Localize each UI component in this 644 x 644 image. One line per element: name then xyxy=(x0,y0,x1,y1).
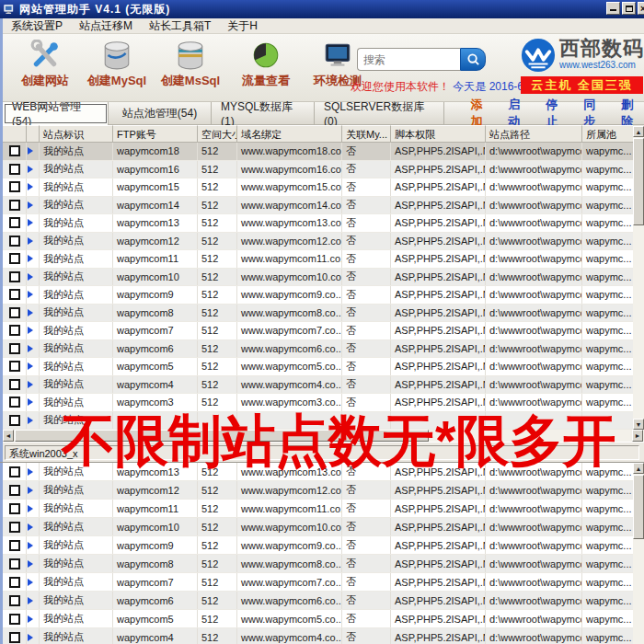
row-expand-arrow[interactable] xyxy=(27,536,40,554)
row-expand-arrow[interactable] xyxy=(27,463,40,480)
row-checkbox[interactable] xyxy=(3,376,27,394)
row-checkbox[interactable] xyxy=(3,322,27,339)
row-checkbox[interactable] xyxy=(3,412,27,430)
row-checkbox[interactable] xyxy=(3,286,27,304)
table-row[interactable]: 我的站点wapymcom15512www.wapymcom15.co...否AS… xyxy=(3,178,633,197)
table-row[interactable]: 我的站点wapymcom9512www.wapymcom9.co...否ASP,… xyxy=(3,286,633,305)
row-checkbox[interactable] xyxy=(3,610,27,627)
row-checkbox[interactable] xyxy=(3,555,27,572)
table-row[interactable]: 我的站点wapymcom10512www.wapymcom10.co...否AS… xyxy=(3,269,633,287)
menu-item-webmaster-tools[interactable]: 站长工具箱T xyxy=(149,18,211,34)
menu-item-system-settings[interactable]: 系统设置P xyxy=(11,18,63,34)
table-row[interactable]: 我的站点wapymcom4512www.wapymcom4.co...否ASP,… xyxy=(3,376,633,395)
row-expand-arrow[interactable] xyxy=(27,286,40,304)
row-expand-arrow[interactable] xyxy=(27,305,40,322)
create-mssql-button[interactable]: 创建MsSql xyxy=(155,38,225,98)
scrollbar-thumb-2[interactable] xyxy=(633,475,644,539)
row-checkbox[interactable] xyxy=(3,518,27,535)
table-row[interactable]: 我的站点wapymcom5512www.wapymcom5.co...否ASP,… xyxy=(3,358,633,376)
vertical-scrollbar[interactable]: ▲ ▼ xyxy=(633,126,644,430)
search-input[interactable] xyxy=(357,48,460,71)
scroll-left-button[interactable]: ◄ xyxy=(3,430,14,442)
scroll-down-button[interactable]: ▼ xyxy=(633,419,644,430)
row-expand-arrow[interactable] xyxy=(27,178,40,196)
header-space-size[interactable]: 空间大小 xyxy=(198,125,237,143)
create-website-button[interactable]: 创建网站 xyxy=(10,38,80,98)
scroll-right-button[interactable]: ► xyxy=(632,430,643,442)
row-checkbox[interactable] xyxy=(3,305,27,322)
maximize-button[interactable] xyxy=(622,2,636,15)
menu-item-about[interactable]: 关于H xyxy=(227,18,258,34)
row-expand-arrow[interactable] xyxy=(27,500,40,517)
scroll-up-button[interactable]: ▲ xyxy=(633,126,644,137)
row-checkbox[interactable] xyxy=(3,481,27,499)
row-checkbox[interactable] xyxy=(3,233,27,250)
row-checkbox[interactable] xyxy=(3,250,27,268)
row-checkbox[interactable] xyxy=(3,143,27,160)
header-domain-binding[interactable]: 域名绑定 xyxy=(237,125,342,143)
table-row[interactable]: 我的站点wapymcom13512www.wapymcom13.co...否AS… xyxy=(3,214,633,233)
tab-sqlserver-database[interactable]: SQLSERVER数据库(0) xyxy=(315,102,444,125)
menu-item-site-migration[interactable]: 站点迁移M xyxy=(79,18,132,34)
row-expand-arrow[interactable] xyxy=(27,573,40,591)
header-site-path[interactable]: 站点路径 xyxy=(486,125,582,143)
row-checkbox[interactable] xyxy=(3,536,27,554)
tab-mysql-database[interactable]: MYSQL数据库(1) xyxy=(212,102,315,125)
table-row[interactable]: 我的站点wapymcom6512www.wapymcom6.co...否ASP,… xyxy=(3,340,633,359)
create-mysql-button[interactable]: 创建MySql xyxy=(82,38,152,98)
scrollbar-thumb[interactable] xyxy=(633,138,644,225)
header-mysql-link[interactable]: 关联My... xyxy=(342,125,391,143)
row-expand-arrow[interactable] xyxy=(27,197,40,214)
row-checkbox[interactable] xyxy=(3,214,27,232)
row-expand-arrow[interactable] xyxy=(27,250,40,268)
promo-banner[interactable]: 云主机 全国三强 xyxy=(521,76,643,94)
table-row[interactable]: 我的站点wapymcom11512www.wapymcom11.co...否AS… xyxy=(3,500,633,518)
row-checkbox[interactable] xyxy=(3,340,27,358)
tab-web-site-management[interactable]: WEB网站管理(54) xyxy=(3,102,109,125)
row-expand-arrow[interactable] xyxy=(27,161,40,178)
row-checkbox[interactable] xyxy=(3,269,27,286)
table-row[interactable]: 我的站点wapymcom5512www.wapymcom5.co...否ASP,… xyxy=(3,610,633,628)
row-checkbox[interactable] xyxy=(3,394,27,411)
header-ftp-account[interactable]: FTP账号 xyxy=(113,125,198,143)
row-expand-arrow[interactable] xyxy=(27,592,40,609)
scroll-up-button-2[interactable]: ▲ xyxy=(633,463,644,474)
row-expand-arrow[interactable] xyxy=(27,555,40,572)
row-checkbox[interactable] xyxy=(3,161,27,178)
row-expand-arrow[interactable] xyxy=(27,412,40,430)
row-expand-arrow[interactable] xyxy=(27,214,40,232)
table-row[interactable]: 我的站点wapymcom18512www.wapymcom18.co...否AS… xyxy=(3,143,633,161)
row-checkbox[interactable] xyxy=(3,463,27,480)
row-expand-arrow[interactable] xyxy=(27,233,40,250)
tab-site-pool-management[interactable]: 站点池管理(54) xyxy=(109,102,212,125)
row-expand-arrow[interactable] xyxy=(27,322,40,339)
header-pool[interactable]: 所属池 xyxy=(582,125,633,143)
header-script-permission[interactable]: 脚本权限 xyxy=(391,125,486,143)
row-expand-arrow[interactable] xyxy=(27,610,40,627)
table-row[interactable]: 我的站点wapymcom12512www.wapymcom12.co...否AS… xyxy=(3,481,633,500)
row-expand-arrow[interactable] xyxy=(27,481,40,499)
row-expand-arrow[interactable] xyxy=(27,269,40,286)
row-expand-arrow[interactable] xyxy=(27,394,40,411)
row-expand-arrow[interactable] xyxy=(27,376,40,394)
table-row[interactable]: 我的站点wapymcom6512www.wapymcom6.co...否ASP,… xyxy=(3,592,633,610)
table-row[interactable]: 我的站点wapymcom9512www.wapymcom9.co...否ASP,… xyxy=(3,536,633,555)
table-row[interactable]: 我的站点wapymcom8512www.wapymcom8.co...否ASP,… xyxy=(3,305,633,323)
table-row[interactable]: 我的站点wapymcom4512www.wapymcom4.co...否ASP,… xyxy=(3,628,633,644)
row-expand-arrow[interactable] xyxy=(27,358,40,375)
table-row[interactable]: 我的站点wapymcom14512www.wapymcom14.co...否AS… xyxy=(3,197,633,215)
table-row[interactable]: 我的站点wapymcom7512www.wapymcom7.co...否ASP,… xyxy=(3,322,633,340)
minimize-button[interactable] xyxy=(606,2,620,15)
row-checkbox[interactable] xyxy=(3,573,27,591)
table-row[interactable]: 我的站点wapymcom10512www.wapymcom10.co...否AS… xyxy=(3,518,633,536)
brand-url[interactable]: www.west263.com xyxy=(559,60,644,70)
row-checkbox[interactable] xyxy=(3,178,27,196)
close-button[interactable]: × xyxy=(638,2,644,15)
table-row[interactable]: 我的站点wapymcom8512www.wapymcom8.co...否ASP,… xyxy=(3,555,633,573)
row-checkbox[interactable] xyxy=(3,358,27,375)
table-row[interactable]: 我的站点wapymcom11512www.wapymcom11.co...否AS… xyxy=(3,250,633,269)
table-row[interactable]: 我的站点wapymcom16512www.wapymcom16.co...否AS… xyxy=(3,161,633,179)
search-button[interactable] xyxy=(460,48,486,71)
table-row[interactable]: 我的站点wapymcom7512www.wapymcom7.co...否ASP,… xyxy=(3,573,633,592)
traffic-view-button[interactable]: 流量查看 xyxy=(231,38,301,98)
